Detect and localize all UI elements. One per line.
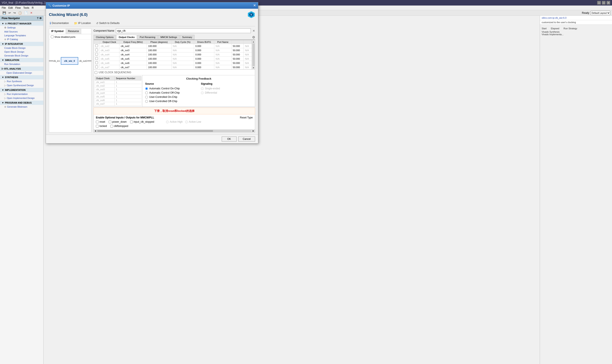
radio-user-off-chip-input[interactable] [145, 100, 148, 103]
tab-summary[interactable]: Summary [180, 35, 195, 39]
close-window-button[interactable]: ✕ [606, 1, 610, 5]
dialog-close-button[interactable]: ✕ [253, 4, 256, 7]
menu-edit[interactable]: Edit [8, 6, 13, 9]
row-checkbox-4[interactable] [95, 53, 98, 56]
documentation-button[interactable]: ℹ Documentation [49, 21, 70, 25]
radio-user-on-chip-input[interactable] [145, 96, 148, 99]
minimize-button[interactable]: — [597, 1, 601, 5]
maximize-button[interactable]: □ [602, 1, 606, 5]
horizontal-scrollbar[interactable]: ◀ ▶ [94, 130, 255, 132]
section-ip-integrator-title[interactable]: ▼ IP INTEGRATOR [0, 42, 43, 46]
row-freq-2: 100.000 [147, 44, 171, 48]
feedback-columns: Source Automatic Control On-Chip Automat… [145, 82, 252, 104]
menu-file[interactable]: File [2, 6, 6, 9]
row-checkbox-3[interactable] [95, 49, 98, 51]
radio-auto-on-chip-input[interactable] [145, 87, 148, 90]
row-checkbox-7[interactable] [95, 65, 98, 68]
toolbar-undo[interactable]: ↩ [8, 11, 12, 15]
nav-open-elaborated-design[interactable]: Open Elaborated Design [0, 71, 43, 75]
row-bufg-4: N/A [214, 52, 232, 57]
flow-nav-help[interactable]: ? [37, 17, 39, 20]
seq-row: clk_out5 1 [95, 95, 141, 99]
row-phase-3: N/A [171, 48, 194, 52]
tab-port-renaming[interactable]: Port Renaming [137, 35, 157, 39]
menu-flow[interactable]: Flow [15, 6, 21, 9]
use-clock-sequencing-checkbox[interactable] [95, 71, 97, 74]
row-bufg-2: N/A [214, 44, 232, 48]
seq-clock-3: clk_out3 [95, 88, 115, 91]
settings-gear-icon[interactable]: ⚙ [252, 35, 255, 39]
reset-checkbox[interactable] [96, 120, 99, 123]
tab-resource[interactable]: Resource [66, 29, 81, 34]
row-checkbox-2[interactable] [95, 44, 98, 47]
toolbar-copy[interactable]: 📋 [17, 11, 23, 15]
section-program-debug-title[interactable]: ▼ PROGRAM AND DEBUG [0, 101, 43, 105]
nav-settings[interactable]: ⚙Settings [0, 26, 43, 30]
refresh-icon: ↺ [96, 22, 98, 25]
switch-to-defaults-button[interactable]: ↺ Switch to Defaults [95, 21, 121, 25]
power-down-checkbox[interactable] [109, 120, 111, 123]
ok-button[interactable]: OK [222, 136, 236, 142]
row-cb-7 [94, 65, 99, 69]
toolbar-paste[interactable]: 📄 [23, 11, 28, 15]
nav-generate-bitstream[interactable]: ⊕Generate Bitstream [0, 105, 43, 109]
row-checkbox-5[interactable] [95, 57, 98, 60]
ready-status: Ready [582, 12, 589, 14]
input-clk-stopped-checkbox[interactable] [130, 120, 133, 123]
section-ip-integrator: ▼ IP INTEGRATOR Create Block Design Open… [0, 42, 43, 57]
row-duty-4: 0.000 [194, 52, 214, 57]
menu-tools[interactable]: Tools [23, 6, 29, 9]
tab-output-clocks[interactable]: Output Clocks [116, 35, 137, 39]
tab-mmcm-settings[interactable]: MMCM Settings [158, 35, 180, 39]
row-duty-2: 0.000 [194, 44, 214, 48]
component-name-clear-button[interactable]: ✕ [252, 29, 255, 32]
nav-add-sources[interactable]: Add Sources [0, 30, 43, 34]
cancel-button[interactable]: Cancel [238, 136, 255, 142]
menu-r[interactable]: R [32, 6, 34, 9]
clkfbstopped-checkbox[interactable] [110, 125, 113, 128]
toolbar-close[interactable]: ✕ [29, 11, 33, 15]
scroll-left-arrow[interactable]: ◀ [94, 130, 97, 132]
section-implementation-title[interactable]: ▼ IMPLEMENTATION [0, 88, 43, 92]
nav-language-templates[interactable]: Language Templates [0, 34, 43, 37]
nav-run-simulation[interactable]: Run Simulation [0, 62, 43, 66]
panel-tabs: IP Symbol Resource [49, 29, 91, 34]
nav-run-implementation[interactable]: ▷Run Implementation [0, 92, 43, 96]
nav-open-synthesized-design[interactable]: ▷Open Synthesized Design [0, 83, 43, 88]
flow-nav-header: Flow Navigator ? ⚙ [0, 16, 43, 21]
section-simulation-title[interactable]: ▼ SIMULATION [0, 58, 43, 62]
tab-ip-symbol[interactable]: IP Symbol [49, 29, 66, 34]
layout-selector[interactable]: Default Layout [591, 11, 610, 15]
scroll-right-arrow[interactable]: ▶ [252, 130, 255, 132]
row-name-2: clk_out2 [99, 44, 119, 48]
row-col7-2: N/A [244, 44, 252, 48]
clkfbstopped-label: clkfbstopped [114, 125, 128, 128]
row-checkbox-6[interactable] [95, 61, 98, 64]
right-wire [87, 61, 91, 61]
ip-location-button[interactable]: 📁 IP Location [73, 21, 92, 25]
locked-checkbox[interactable] [96, 125, 99, 128]
nav-run-synthesis[interactable]: ▷Run Synthesis [0, 79, 43, 83]
seq-clock-6: clk_out6 [95, 99, 115, 102]
tab-clocking-options[interactable]: Clocking Options [94, 35, 116, 39]
nav-ip-catalog[interactable]: ⊕IP Catalog [0, 37, 43, 41]
toolbar-save[interactable]: 💾 [2, 11, 7, 15]
show-disabled-ports-checkbox[interactable] [51, 36, 54, 38]
nav-create-block-design[interactable]: Create Block Design [0, 46, 43, 50]
table-vscrollbar[interactable]: ▲ ▼ [252, 40, 255, 69]
row-name-6: clk_out6 [99, 61, 119, 65]
ref-text: xilinx.com:ip:clk_wiz:6.0 [540, 16, 612, 20]
reset-type-label: Reset Type [240, 116, 253, 119]
nav-generate-block-design[interactable]: Generate Block Design [0, 54, 43, 57]
nav-open-block-design[interactable]: Open Block Design [0, 50, 43, 54]
radio-auto-off-chip-input[interactable] [145, 91, 148, 94]
radio-user-off-chip: User-Controlled Off-Chip [145, 100, 197, 103]
nav-open-implemented-design[interactable]: ▷Open Implemented Design [0, 96, 43, 100]
section-rtl-analysis-title[interactable]: ▷ RTL ANALYSIS [0, 66, 43, 71]
section-project-manager-title[interactable]: ▼ ⚙ PROJECT MANAGER [0, 21, 43, 26]
toolbar-redo[interactable]: ↪ [13, 11, 17, 15]
component-name-input[interactable] [116, 28, 251, 33]
output-clocks-table-scroll: Output Clock Output Freq (MHz) Phase (de… [94, 40, 252, 69]
section-synthesis-title[interactable]: ▼ SYNTHESIS [0, 75, 43, 79]
flow-nav-settings[interactable]: ⚙ [39, 17, 42, 20]
